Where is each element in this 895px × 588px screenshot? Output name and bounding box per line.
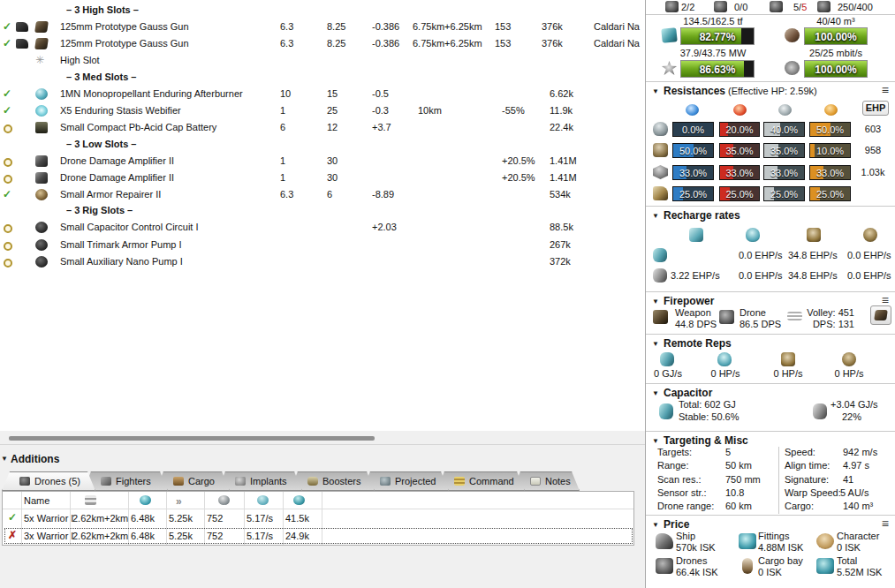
fitting-row-cap-battery[interactable]: Small Compact Pb-Acid Cap Battery 6 12 +… bbox=[0, 119, 645, 136]
active-state-icon[interactable]: ✓ bbox=[8, 513, 17, 523]
cargo-price-label: Cargo bay bbox=[758, 555, 803, 566]
collapse-triangle-icon[interactable]: ▼ bbox=[652, 389, 659, 397]
armor-repairer-module-icon bbox=[35, 189, 48, 200]
slot-section-header: – 3 Rig Slots – bbox=[0, 202, 645, 219]
column-divider bbox=[778, 447, 779, 514]
name-column-header[interactable]: Name bbox=[24, 495, 49, 506]
ehp-column-icon[interactable] bbox=[140, 495, 151, 505]
collapse-triangle-icon[interactable]: ▼ bbox=[652, 87, 659, 95]
price-title[interactable]: Price bbox=[664, 518, 689, 531]
remote-energy-value: 0 GJ/s bbox=[646, 368, 690, 379]
resistances-title[interactable]: Resistances bbox=[664, 85, 725, 97]
resistances-menu-icon[interactable]: ≡ bbox=[882, 85, 889, 95]
stat-range: 6.75km+6.25km bbox=[413, 38, 482, 49]
fitting-row-gun-2[interactable]: ✓ 125mm Prototype Gauss Gun 6.3 8.25 -0.… bbox=[0, 35, 645, 52]
tab-implants[interactable]: Implants bbox=[217, 471, 302, 491]
collapse-triangle-icon[interactable]: ▼ bbox=[652, 437, 659, 445]
fittings-price-icon bbox=[739, 533, 756, 549]
recharge-title[interactable]: Recharge rates bbox=[664, 209, 740, 222]
capacitor-total: Total: 602 GJ bbox=[679, 399, 736, 410]
online-state-icon[interactable] bbox=[4, 158, 12, 167]
firepower-menu-icon[interactable]: ≡ bbox=[882, 295, 889, 305]
scrollbar-thumb[interactable] bbox=[9, 436, 375, 441]
online-state-icon[interactable] bbox=[4, 259, 12, 268]
slot-section-header: – 3 High Slots – bbox=[0, 2, 645, 19]
fitting-row-armor-repairer[interactable]: ✓ Small Armor Repairer II 6.3 6 -8.89 53… bbox=[0, 186, 645, 203]
ammo-charge-icon[interactable] bbox=[16, 39, 28, 49]
fitting-row-rig-nano-pump[interactable]: Small Auxiliary Nano Pump I 372k bbox=[0, 253, 645, 270]
tab-command[interactable]: Command bbox=[436, 471, 525, 491]
tab-projected[interactable]: Projected bbox=[362, 471, 449, 491]
stat-2: 25 bbox=[327, 105, 338, 116]
armor-em-resist: 50.0% bbox=[672, 143, 714, 158]
price: 534k bbox=[550, 189, 571, 200]
capacitor-title[interactable]: Capacitor bbox=[664, 387, 712, 399]
tab-label: Command bbox=[469, 476, 514, 486]
active-state-icon[interactable]: ✓ bbox=[3, 106, 11, 116]
drone-row-active[interactable]: ✓ 5x Warrior I 2.62km+2km 6.48k 5.25k 75… bbox=[4, 509, 633, 527]
empty-slot-icon: ✳ bbox=[35, 54, 48, 65]
online-state-icon[interactable] bbox=[4, 124, 12, 133]
collapse-triangle-icon[interactable]: ▼ bbox=[652, 521, 659, 529]
tab-boosters[interactable]: Boosters bbox=[290, 471, 375, 491]
targeting-title[interactable]: Targeting & Misc bbox=[664, 434, 748, 447]
afterburner-module-icon bbox=[35, 88, 48, 100]
sustained-hull-rate: 0.0 EHP/s bbox=[847, 270, 891, 281]
remote-reps-title[interactable]: Remote Reps bbox=[664, 337, 732, 350]
dronebay-label: 40/40 m³ bbox=[781, 16, 891, 26]
fitting-row-dda-1[interactable]: Drone Damage Amplifier II 1 30 +20.5% 1.… bbox=[0, 153, 645, 170]
price-menu-icon[interactable]: ≡ bbox=[882, 518, 889, 529]
active-state-icon[interactable]: ✓ bbox=[3, 22, 11, 32]
bandwidth-gauge-percent: 100.00% bbox=[805, 64, 867, 76]
damage-profile-icon[interactable] bbox=[653, 186, 668, 200]
calibration-value: 5/5 bbox=[793, 2, 807, 12]
collapse-triangle-icon[interactable]: ▼ bbox=[652, 298, 659, 305]
horizontal-scrollbar[interactable] bbox=[0, 432, 645, 445]
shield-regen-column-icon[interactable] bbox=[257, 495, 269, 505]
tab-fighters[interactable]: Fighters bbox=[83, 471, 168, 491]
price-column-icon[interactable] bbox=[293, 495, 305, 505]
firepower-mode-button[interactable] bbox=[870, 305, 891, 325]
character-price-icon bbox=[816, 533, 834, 549]
online-state-icon[interactable] bbox=[4, 175, 12, 184]
drones-price-icon bbox=[656, 558, 673, 574]
active-state-icon[interactable]: ✓ bbox=[3, 89, 11, 99]
fitting-row-gun-1[interactable]: ✓ 125mm Prototype Gauss Gun 6.3 8.25 -0.… bbox=[0, 19, 645, 35]
inactive-state-icon[interactable]: ✗ bbox=[8, 531, 17, 540]
upgrades-value: 250/400 bbox=[838, 2, 873, 12]
weapon-dps-icon bbox=[653, 310, 668, 324]
price: 267k bbox=[550, 239, 571, 250]
fitting-row-empty-high-slot[interactable]: ✳ High Slot bbox=[0, 52, 645, 69]
ammo-charge-icon[interactable] bbox=[16, 22, 28, 32]
speed-column-icon[interactable]: » bbox=[176, 495, 187, 505]
additions-header[interactable]: ▼ Additions bbox=[0, 452, 645, 468]
fitting-row-rig-ccc[interactable]: Small Capacitor Control Circuit I +2.03 … bbox=[0, 219, 645, 236]
section-label: – 3 Rig Slots – bbox=[66, 205, 133, 215]
fitting-row-afterburner[interactable]: ✓ 1MN Monopropellant Enduring Afterburne… bbox=[0, 86, 645, 102]
online-state-icon[interactable] bbox=[4, 242, 12, 251]
shield-column-icon[interactable] bbox=[218, 495, 230, 505]
collapse-triangle-icon[interactable]: ▼ bbox=[652, 340, 659, 348]
collapse-triangle-icon[interactable]: ▼ bbox=[1, 455, 8, 463]
drone-regen: 5.17/s bbox=[247, 531, 273, 541]
fitting-row-dda-2[interactable]: Drone Damage Amplifier II 1 30 +20.5% 1.… bbox=[0, 170, 645, 186]
tab-label: Implants bbox=[250, 476, 287, 486]
fitting-row-webifier[interactable]: ✓ X5 Enduring Stasis Webifier 1 25 -0.3 … bbox=[0, 102, 645, 119]
drone-row-inactive-selected[interactable]: ✗ 3x Warrior I 2.62km+2km 6.48k 5.25k 75… bbox=[4, 527, 633, 545]
active-state-icon[interactable]: ✓ bbox=[3, 190, 11, 200]
online-state-icon[interactable] bbox=[4, 224, 12, 233]
fittings-price-value: 4.88M ISK bbox=[758, 542, 803, 553]
active-state-icon[interactable]: ✓ bbox=[3, 39, 11, 49]
drone-shield: 752 bbox=[207, 513, 223, 524]
range-column-icon[interactable] bbox=[85, 495, 96, 505]
cpu-label: 134.5/162.5 tf bbox=[658, 16, 768, 26]
capacitor-depletion: 22% bbox=[842, 411, 861, 422]
ehp-toggle-button[interactable]: EHP bbox=[862, 101, 889, 116]
tab-drones[interactable]: Drones (5) bbox=[2, 471, 95, 491]
notes-tab-icon bbox=[530, 477, 541, 486]
firepower-title[interactable]: Firepower bbox=[664, 295, 714, 307]
weapon-dps-value: 44.8 DPS bbox=[675, 319, 717, 329]
fitting-row-rig-trimark[interactable]: Small Trimark Armor Pump I 267k bbox=[0, 237, 645, 253]
price: 22.4k bbox=[550, 122, 573, 132]
collapse-triangle-icon[interactable]: ▼ bbox=[652, 212, 659, 220]
